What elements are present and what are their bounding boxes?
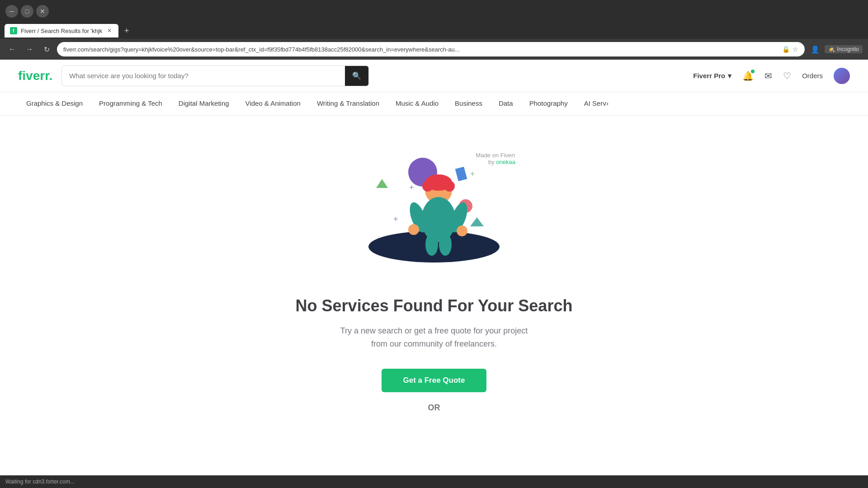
svg-text:+: + [393, 215, 398, 224]
svg-point-18 [408, 224, 419, 235]
nav-label-writing: Writing & Translation [317, 99, 379, 107]
svg-marker-1 [376, 179, 388, 188]
nav-item-programming[interactable]: Programming & Tech [91, 92, 170, 116]
nav-item-photography[interactable]: Photography [521, 92, 576, 116]
nav-label-photography: Photography [529, 99, 568, 107]
shield-icon: 🔒 [782, 46, 790, 53]
free-quote-button[interactable]: Get a Free Quote [382, 369, 487, 392]
nav-label-video: Video & Animation [245, 99, 301, 107]
header-right: Fiverr Pro ▾ 🔔 ✉ ♡ Orders [693, 68, 850, 84]
browser-right-icons: 👤 🕵️ Incognito [808, 42, 863, 56]
address-bar[interactable]: fiverr.com/search/gigs?query=khjkfvoice%… [57, 42, 805, 56]
nav-item-data[interactable]: Data [491, 92, 521, 116]
svg-point-14 [444, 181, 455, 192]
nav-item-graphics[interactable]: Graphics & Design [18, 92, 91, 116]
made-on-fiverr: Made on Fiverr by onekaa [476, 152, 515, 165]
new-tab-button[interactable]: + [120, 24, 133, 37]
nav-label-music: Music & Audio [396, 99, 439, 107]
nav-item-ai[interactable]: AI Serv › [576, 92, 617, 116]
site-nav: Graphics & Design Programming & Tech Dig… [0, 92, 868, 116]
svg-text:+: + [470, 169, 475, 178]
forward-button[interactable]: → [23, 42, 36, 56]
tab-close-button[interactable]: ✕ [106, 27, 113, 34]
author-name: onekaa [496, 159, 515, 165]
orders-link[interactable]: Orders [802, 72, 823, 80]
nav-label-business: Business [455, 99, 482, 107]
or-divider: OR [428, 403, 440, 413]
no-results-subtitle: Try a new search or get a free quote for… [340, 324, 528, 351]
incognito-label: Incognito [837, 46, 859, 52]
favorites-icon[interactable]: ♡ [783, 70, 791, 81]
avatar[interactable] [834, 68, 850, 84]
illustration-container: Made on Fiverr by onekaa [339, 143, 529, 278]
svg-point-13 [422, 181, 433, 192]
no-results-title: No Services Found For Your Search [296, 296, 573, 315]
search-icon: 🔍 [352, 71, 361, 80]
main-content: Made on Fiverr by onekaa [0, 116, 868, 431]
website-content: fiverr. 🔍 Fiverr Pro ▾ 🔔 ✉ ♡ Orders Grap… [0, 60, 868, 431]
nav-item-writing[interactable]: Writing & Translation [309, 92, 387, 116]
svg-point-19 [457, 225, 467, 236]
svg-text:+: + [409, 183, 414, 192]
browser-window-controls: ─ □ ✕ [0, 0, 868, 23]
incognito-badge: 🕵️ Incognito [825, 45, 863, 53]
status-text: Waiting for cdn3.forter.com... [5, 479, 75, 485]
nav-more-icon: › [606, 99, 609, 107]
refresh-button[interactable]: ↻ [40, 42, 53, 56]
fiverr-pro-link[interactable]: Fiverr Pro ▾ [693, 72, 731, 80]
nav-label-graphics: Graphics & Design [26, 99, 83, 107]
tab-bar: f Fiverr / Search Results for 'khjk ✕ + [0, 23, 868, 39]
nav-item-video[interactable]: Video & Animation [237, 92, 309, 116]
subtitle-line2: from our community of freelancers. [371, 339, 497, 348]
window-buttons: ─ □ ✕ [5, 5, 49, 18]
svg-point-21 [439, 233, 452, 256]
notification-icon[interactable]: 🔔 [742, 70, 754, 81]
close-button[interactable]: ✕ [36, 5, 49, 18]
tab-favicon: f [10, 27, 17, 34]
fiverr-logo[interactable]: fiverr. [18, 69, 52, 83]
site-header: fiverr. 🔍 Fiverr Pro ▾ 🔔 ✉ ♡ Orders [0, 60, 868, 92]
fiverr-pro-label: Fiverr Pro [693, 72, 725, 80]
status-bar: Waiting for cdn3.forter.com... [0, 475, 868, 488]
search-bar[interactable]: 🔍 [61, 66, 369, 86]
address-text: fiverr.com/search/gigs?query=khjkfvoice%… [63, 46, 778, 53]
maximize-button[interactable]: □ [21, 5, 33, 18]
back-button[interactable]: ← [5, 42, 19, 56]
profile-button[interactable]: 👤 [808, 42, 822, 56]
search-button[interactable]: 🔍 [345, 66, 368, 86]
nav-item-music[interactable]: Music & Audio [387, 92, 447, 116]
nav-label-digital: Digital Marketing [179, 99, 229, 107]
messages-icon[interactable]: ✉ [764, 70, 772, 81]
made-on-label: Made on Fiverr [476, 152, 515, 159]
nav-item-business[interactable]: Business [447, 92, 491, 116]
search-input[interactable] [62, 72, 345, 80]
address-icons: 🔒 ☆ [782, 46, 798, 53]
chevron-down-icon: ▾ [728, 72, 731, 80]
svg-rect-2 [455, 167, 467, 181]
nav-label-programming: Programming & Tech [99, 99, 162, 107]
notification-dot [751, 70, 755, 73]
nav-item-digital-marketing[interactable]: Digital Marketing [170, 92, 237, 116]
incognito-icon: 🕵️ [828, 46, 835, 52]
svg-point-15 [421, 197, 456, 242]
subtitle-line1: Try a new search or get a free quote for… [340, 326, 528, 335]
svg-marker-5 [470, 217, 484, 226]
nav-label-ai: AI Serv [584, 99, 606, 107]
nav-label-data: Data [499, 99, 513, 107]
svg-point-20 [425, 233, 438, 256]
address-bar-row: ← → ↻ fiverr.com/search/gigs?query=khjkf… [0, 39, 868, 60]
active-tab[interactable]: f Fiverr / Search Results for 'khjk ✕ [5, 24, 118, 38]
by-author: by onekaa [476, 159, 515, 165]
star-icon[interactable]: ☆ [793, 46, 798, 53]
minimize-button[interactable]: ─ [5, 5, 18, 18]
tab-title: Fiverr / Search Results for 'khjk [21, 28, 102, 34]
